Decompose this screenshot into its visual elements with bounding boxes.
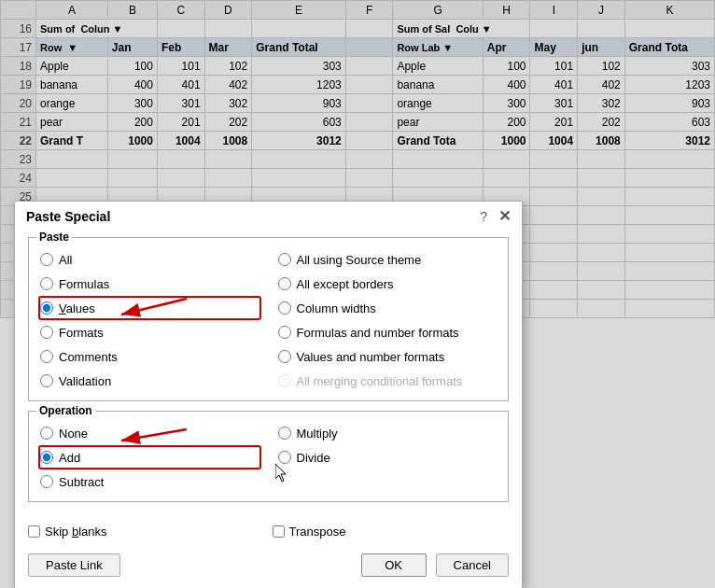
paste-p_all_src-radio[interactable] (278, 253, 291, 266)
op-add-label: Add (59, 451, 80, 465)
ok-button[interactable]: OK (361, 553, 427, 577)
transpose-label: Transpose (289, 525, 346, 539)
dialog-controls: ? ✕ (480, 209, 511, 224)
op-multiply-label: Multiply (297, 427, 338, 441)
paste-p_col_w-option[interactable]: Column widths (278, 298, 498, 318)
paste-p_excl_borders-radio[interactable] (278, 277, 291, 290)
paste-p_all-option[interactable]: All (40, 249, 259, 270)
op-subtract-option[interactable]: Subtract (40, 471, 259, 492)
skip-blanks-checkbox[interactable] (28, 525, 40, 538)
close-icon[interactable]: ✕ (498, 209, 511, 224)
operation-options-grid: None Multiply Add Divide Subtract (40, 419, 497, 492)
paste-link-button[interactable]: Paste Link (28, 553, 120, 577)
dialog-title: Paste Special (26, 209, 110, 224)
op-multiply-radio[interactable] (278, 427, 291, 440)
skip-blanks-label: Skip blanks (45, 525, 107, 539)
paste-p_formats-radio[interactable] (40, 326, 53, 339)
op-add-option[interactable]: Add (40, 447, 259, 468)
op-divide-label: Divide (297, 451, 330, 465)
paste-p_all-radio[interactable] (40, 253, 53, 266)
op-add-radio[interactable] (40, 451, 53, 464)
skip-blanks-item[interactable]: Skip blanks (28, 525, 265, 539)
op-none-option[interactable]: None (40, 423, 259, 443)
op-divide-radio[interactable] (278, 451, 291, 464)
paste-p_val_num-radio[interactable] (278, 350, 291, 363)
paste-p_values-radio[interactable] (40, 301, 53, 315)
paste-p_excl_borders-option[interactable]: All except borders (278, 273, 498, 294)
dialog-body: Paste AllAll using Source themeFormulasA… (15, 230, 522, 521)
operation-section: Operation None Multiply Add Divide (28, 411, 509, 502)
paste-p_formulas-radio[interactable] (40, 277, 53, 290)
help-icon[interactable]: ? (480, 209, 487, 224)
transpose-checkbox[interactable] (273, 525, 285, 538)
op-none-radio[interactable] (40, 427, 53, 440)
paste-p_val_num-option[interactable]: Values and number formats (278, 346, 498, 367)
paste-p_validation-option[interactable]: Validation (40, 371, 259, 391)
paste-section-label: Paste (36, 231, 72, 244)
paste-p_form_num-option[interactable]: Formulas and number formats (278, 322, 498, 343)
operation-section-label: Operation (36, 404, 95, 417)
paste-p_col_w-radio[interactable] (278, 301, 291, 315)
op-subtract-label: Subtract (59, 475, 104, 489)
paste-p_formulas-option[interactable]: Formulas (40, 273, 259, 294)
paste-p_comments-radio[interactable] (40, 350, 53, 363)
op-divide-option[interactable]: Divide (278, 447, 498, 468)
paste-p_values-option[interactable]: Values (40, 298, 259, 318)
paste-p_validation-radio[interactable] (40, 374, 53, 387)
paste-p_comments-option[interactable]: Comments (40, 346, 259, 367)
op-subtract-radio[interactable] (40, 475, 53, 488)
dialog-footer: Skip blanks Transpose (15, 521, 522, 550)
dialog-titlebar: Paste Special ? ✕ (15, 202, 522, 230)
paste-options-grid: AllAll using Source themeFormulasAll exc… (40, 245, 497, 391)
transpose-item[interactable]: Transpose (273, 525, 510, 539)
cancel-button[interactable]: Cancel (436, 553, 509, 577)
paste-section: Paste AllAll using Source themeFormulasA… (28, 237, 509, 401)
paste-p_merging-option: All merging conditional formats (278, 371, 498, 391)
op-multiply-option[interactable]: Multiply (278, 423, 498, 443)
button-row: Paste Link OK Cancel (15, 550, 522, 588)
paste-p_form_num-radio[interactable] (278, 326, 291, 339)
paste-p_formats-option[interactable]: Formats (40, 322, 259, 343)
op-none-label: None (59, 427, 88, 441)
paste-p_all_src-option[interactable]: All using Source theme (278, 249, 498, 270)
paste-p_merging-radio (278, 374, 291, 387)
paste-special-dialog: Paste Special ? ✕ Paste AllAll using Sou… (14, 201, 523, 588)
